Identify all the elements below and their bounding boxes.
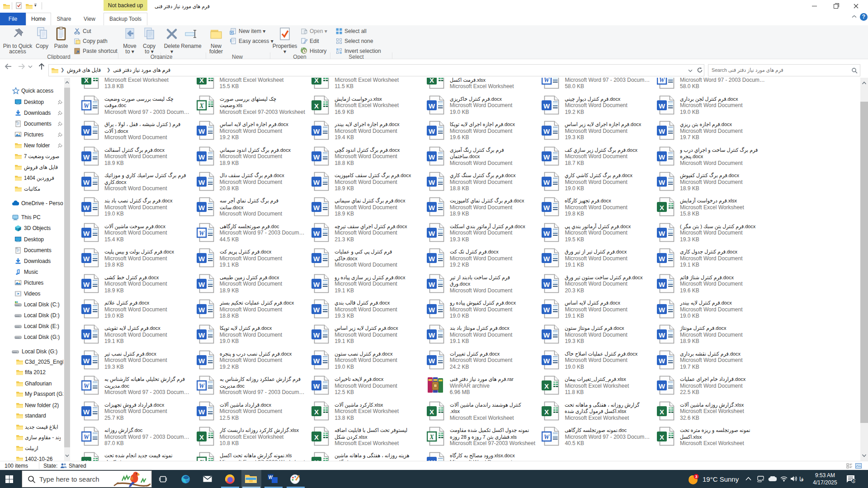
svg-text:3: 3: [853, 479, 855, 483]
svg-text:3: 3: [695, 474, 697, 479]
